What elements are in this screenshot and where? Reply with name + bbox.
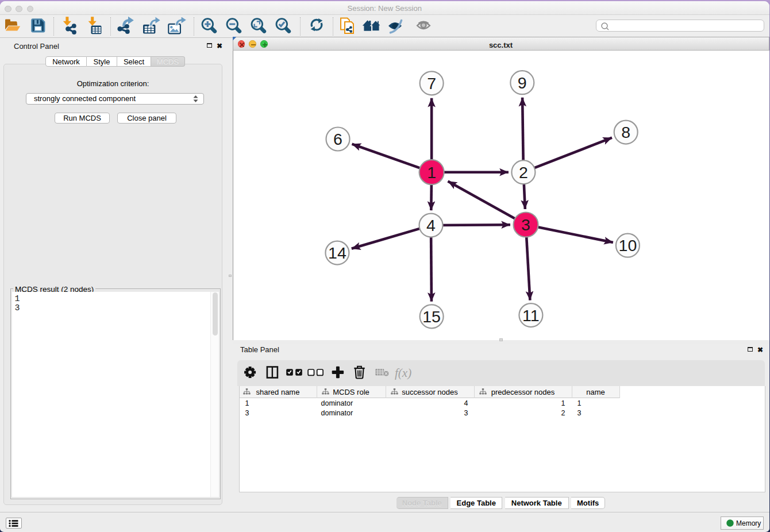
svg-text:4: 4 [426, 216, 436, 234]
svg-text:9: 9 [517, 73, 526, 91]
svg-text:8: 8 [621, 123, 630, 141]
svg-text:1: 1 [427, 163, 436, 181]
svg-text:15: 15 [422, 307, 441, 325]
svg-text:2: 2 [518, 163, 528, 181]
svg-text:11: 11 [522, 306, 540, 324]
svg-text:f(x): f(x) [395, 365, 411, 379]
svg-text:6: 6 [333, 130, 342, 148]
svg-text:10: 10 [618, 236, 637, 255]
svg-text:3: 3 [521, 215, 530, 234]
svg-text:14: 14 [328, 244, 346, 262]
svg-text:7: 7 [427, 74, 436, 92]
